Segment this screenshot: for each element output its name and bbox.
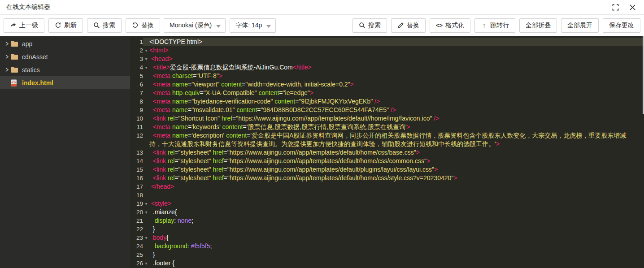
- replace-button[interactable]: 替换: [126, 18, 160, 33]
- chevron-down-icon: [216, 25, 221, 28]
- collapse-all-button-label: 全部折叠: [526, 22, 551, 30]
- line-number: 7: [130, 89, 143, 97]
- fold-arrow-icon[interactable]: ▾: [143, 55, 149, 63]
- fold-arrow-icon[interactable]: ▾: [143, 259, 149, 268]
- toolbar: 上一级刷新搜索替换 Monokai (深色) 字体: 14p 搜索替换<>格式化…: [0, 15, 644, 36]
- replace-editor-button[interactable]: 替换: [391, 18, 426, 33]
- code-line: 13 <link rel="stylesheet" href="https://…: [130, 148, 644, 157]
- fold-gutter-spacer: [143, 251, 149, 259]
- theme-select-value: Monokai (深色): [170, 22, 212, 30]
- save-changes-button-label: 保存更改: [609, 22, 634, 30]
- replace-button-label: 替换: [141, 22, 154, 30]
- code-line: 1<!DOCTYPE html>: [130, 38, 644, 46]
- sidebar-item-statics[interactable]: statics: [0, 63, 130, 76]
- code-line-content[interactable]: <meta name="bytedance-verification-code"…: [149, 97, 644, 106]
- expand-all-button[interactable]: 全部展开: [561, 18, 599, 33]
- code-line-content[interactable]: display: none;: [149, 216, 644, 225]
- code-line-content[interactable]: <html>: [149, 46, 644, 55]
- code-line-content[interactable]: <head>: [149, 55, 644, 63]
- code-line: 4▾ <title>爱金股-股票信息数据查询系统-AiJinGu.Com</ti…: [130, 63, 644, 72]
- code-line: 23▾ body{: [130, 233, 644, 242]
- fold-gutter-spacer: [143, 80, 149, 89]
- fold-arrow-icon[interactable]: ▾: [143, 208, 149, 216]
- code-line-content[interactable]: <title>爱金股-股票信息数据查询系统-AiJinGu.Com</title…: [149, 63, 644, 72]
- code-line-content[interactable]: .footer {: [149, 259, 644, 268]
- close-icon[interactable]: [629, 4, 636, 11]
- search-button[interactable]: 搜索: [87, 18, 122, 33]
- code-line-content[interactable]: <meta name="msvalidate.01" content="984D…: [149, 106, 644, 114]
- fold-gutter-spacer: [143, 106, 149, 114]
- code-line: 18: [130, 191, 644, 199]
- code-editor[interactable]: 1<!DOCTYPE html>2▾<html>3▾ <head>4▾ <tit…: [130, 36, 644, 268]
- code-line-content[interactable]: background: #f5f5f5;: [149, 242, 644, 251]
- code-line-content[interactable]: <link rel="Shortcut Icon" href="https://…: [149, 114, 644, 123]
- fold-arrow-icon[interactable]: ▾: [143, 233, 149, 242]
- folder-icon: [11, 53, 18, 61]
- code-line-content[interactable]: <link rel="stylesheet" href="https://www…: [149, 148, 644, 157]
- fold-gutter-spacer: [143, 97, 149, 106]
- fullscreen-icon[interactable]: [612, 4, 619, 11]
- code-line-content[interactable]: <link rel="stylesheet" href="https://www…: [149, 157, 644, 165]
- code-line-content[interactable]: <meta name='description' content='爱金股是中国…: [149, 131, 644, 148]
- line-number: 14: [130, 157, 143, 165]
- replace-editor-button-label: 替换: [407, 22, 419, 30]
- code-line-content[interactable]: <!DOCTYPE html>: [149, 38, 644, 46]
- fold-gutter-spacer: [143, 131, 149, 148]
- code-line-content[interactable]: <meta charset="UTF-8">: [149, 72, 644, 80]
- refresh-button[interactable]: 刷新: [48, 18, 83, 33]
- line-number: 16: [130, 174, 143, 182]
- fold-arrow-icon[interactable]: ▾: [143, 199, 149, 208]
- code-line-content[interactable]: </head>: [149, 182, 644, 191]
- code-line-content[interactable]: [149, 191, 644, 199]
- code-line-content[interactable]: <meta http-equiv="X-UA-Compatible" conte…: [149, 89, 644, 97]
- line-number: 25: [130, 251, 143, 259]
- line-number: 19: [130, 199, 143, 208]
- code-line-content[interactable]: .mianze{: [149, 208, 644, 216]
- code-line-content[interactable]: }: [149, 225, 644, 233]
- chevron-right-icon[interactable]: [4, 54, 10, 59]
- collapse-all-button[interactable]: 全部折叠: [519, 18, 557, 33]
- code-line: 24 background: #f5f5f5;: [130, 242, 644, 251]
- up-level-icon: [10, 22, 17, 29]
- code-line: 7 <meta http-equiv="X-UA-Compatible" con…: [130, 89, 644, 97]
- toolbar-right-group: 搜索替换<>格式化↑跳转行全部折叠全部展开保存更改: [352, 15, 640, 36]
- sidebar-item-app[interactable]: app: [0, 37, 130, 50]
- code-line-content[interactable]: <meta name="viewport" content="width=dev…: [149, 80, 644, 89]
- format-button[interactable]: <>格式化: [430, 18, 470, 33]
- line-number: 5: [130, 72, 143, 80]
- fold-gutter-spacer: [143, 72, 149, 80]
- chevron-right-icon[interactable]: [4, 41, 10, 46]
- line-number: 9: [130, 106, 143, 114]
- chevron-right-icon[interactable]: [4, 67, 10, 72]
- fold-gutter-spacer: [143, 216, 149, 225]
- code-line: 2▾<html>: [130, 46, 644, 55]
- font-size-select[interactable]: 字体: 14p: [230, 18, 276, 33]
- code-line-content[interactable]: <style>: [149, 199, 644, 208]
- fold-arrow-icon[interactable]: ▾: [143, 63, 149, 72]
- sidebar-item-index[interactable]: <>index.html: [0, 76, 130, 89]
- title-bar: 在线文本编辑器: [0, 0, 644, 15]
- code-line-content[interactable]: <link rel="stylesheet" href="https://www…: [149, 165, 644, 174]
- code-line: 14 <link rel="stylesheet" href="https://…: [130, 157, 644, 165]
- code-line: 25 }: [130, 251, 644, 259]
- code-line: 21 display: none;: [130, 216, 644, 225]
- up-level-button[interactable]: 上一级: [4, 18, 44, 33]
- fold-arrow-icon[interactable]: ▾: [143, 46, 149, 55]
- code-line-content[interactable]: <meta name='keywords' content='股票信息,股票数据…: [149, 123, 644, 131]
- sidebar-item-cdnasset[interactable]: cdnAsset: [0, 50, 130, 63]
- code-line-content[interactable]: <link rel="stylesheet" href="https://www…: [149, 174, 644, 182]
- search-editor-button[interactable]: 搜索: [352, 18, 387, 33]
- html-file-icon: <>: [11, 79, 18, 86]
- goto-line-button-label: 跳转行: [490, 22, 509, 30]
- search-editor-button-label: 搜索: [368, 22, 381, 30]
- line-number: 17: [130, 182, 143, 191]
- refresh-icon: [55, 22, 61, 29]
- code-line: 8 <meta name="bytedance-verification-cod…: [130, 97, 644, 106]
- code-line-content[interactable]: body{: [149, 233, 644, 242]
- theme-select[interactable]: Monokai (深色): [164, 18, 226, 33]
- code-line: 20▾ .mianze{: [130, 208, 644, 216]
- save-changes-button[interactable]: 保存更改: [603, 18, 640, 33]
- code-line-content[interactable]: }: [149, 251, 644, 259]
- window-title: 在线文本编辑器: [6, 3, 50, 11]
- goto-line-button[interactable]: ↑跳转行: [474, 18, 515, 33]
